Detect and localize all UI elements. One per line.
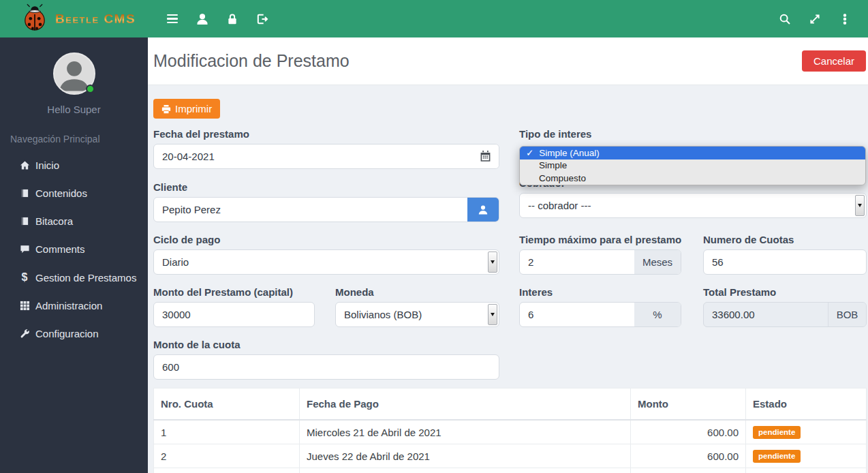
installments-table-card: Nro. Cuota Fecha de Pago Monto Estado 1 … (153, 388, 867, 473)
sidebar-item-label: Comments (35, 243, 85, 255)
header-estado: Estado (746, 388, 867, 421)
cell-fecha: Jueves 22 de Abril de 2021 (300, 444, 631, 468)
cell-estado: pendiente (746, 420, 867, 444)
dropdown-option-label: Simple (Anual) (539, 148, 600, 159)
cliente-label: Cliente (153, 181, 499, 193)
cell-estado: pendiente (746, 468, 867, 473)
dropdown-option[interactable]: Simple (520, 159, 865, 172)
form-row-1: Fecha del prestamo Cliente (153, 128, 867, 222)
cancel-button[interactable]: Cancelar (802, 50, 866, 72)
sidebar-item-label: Contenidos (35, 187, 87, 199)
header-monto: Monto (631, 388, 746, 421)
tiempo-maximo-label: Tiempo máximo para el prestamo (519, 234, 681, 245)
navbar-left-icons (157, 0, 277, 37)
wrench-icon (18, 329, 31, 339)
sidebar-item-bitacora[interactable]: Bitacora (0, 207, 148, 235)
user-greeting: Hello Super (0, 104, 148, 115)
sidebar-item-contenidos[interactable]: Contenidos (0, 179, 148, 207)
bob-addon: BOB (828, 303, 866, 326)
lock-icon[interactable] (217, 0, 247, 37)
monto-prestamo-input[interactable] (154, 303, 314, 326)
sidebar-item-label: Gestion de Prestamos (35, 272, 136, 284)
tiempo-maximo-input-group: Meses (519, 249, 681, 275)
search-icon[interactable] (770, 0, 800, 37)
tiempo-maximo-input[interactable] (520, 250, 634, 274)
ciclo-pago-selected-value: Diario (154, 256, 488, 268)
brand-logo[interactable]: Beetle CMS (0, 0, 148, 37)
monto-prestamo-label: Monto del Prestamo (capital) (153, 286, 315, 298)
moneda-select[interactable]: Bolivianos (BOB) (335, 302, 499, 327)
header-nro-cuota: Nro. Cuota (154, 388, 300, 421)
cell-fecha: Miercoles 21 de Abril de 2021 (300, 420, 631, 444)
cell-monto (631, 468, 746, 473)
sidebar-item-inicio[interactable]: Inicio (0, 151, 148, 179)
monto-prestamo-input-group (153, 302, 315, 327)
main-content: Modificacion de Prestamo Cancelar Imprim… (148, 37, 868, 473)
calendar-icon[interactable] (471, 144, 499, 168)
printer-icon (161, 104, 171, 114)
cell-monto: 600.00 (631, 444, 746, 468)
comment-icon (18, 244, 31, 254)
select-client-button[interactable] (467, 198, 499, 222)
meses-addon: Meses (634, 250, 681, 274)
total-prestamo-input (704, 303, 828, 326)
sidebar-item-administracion[interactable]: Administracion (0, 292, 148, 320)
more-vertical-icon[interactable] (830, 0, 860, 37)
check-icon: ✓ (526, 148, 533, 159)
cliente-input[interactable] (154, 198, 467, 222)
cell-nro: 1 (154, 420, 300, 444)
interes-input[interactable] (520, 303, 634, 326)
fecha-input-group (153, 144, 499, 169)
top-navbar: Beetle CMS (0, 0, 868, 37)
total-prestamo-input-group: BOB (703, 302, 867, 327)
sidebar-item-configuracion[interactable]: Configuracion (0, 320, 148, 348)
cobrador-selected-value: -- cobrador --- (520, 200, 855, 211)
page-header: Modificacion de Prestamo Cancelar (148, 37, 868, 85)
ciclo-pago-label: Ciclo de pago (153, 234, 499, 245)
monto-cuota-input[interactable] (154, 355, 499, 379)
chevron-down-icon (488, 304, 497, 325)
book-icon (18, 216, 31, 226)
logout-icon[interactable] (247, 0, 277, 37)
table-row: 2 Jueves 22 de Abril de 2021 600.00 pend… (154, 444, 867, 468)
cell-nro: 2 (154, 444, 300, 468)
user-icon[interactable] (187, 0, 217, 37)
avatar (53, 52, 95, 95)
sidebar-item-label: Inicio (35, 159, 59, 171)
tipo-interes-select[interactable]: ✓ Simple (Anual) Simple Compuesto (519, 144, 867, 169)
form-row-3: Monto del Prestamo (capital) Moneda Boli… (153, 286, 867, 327)
dollar-icon: $ (18, 271, 31, 284)
numero-cuotas-input[interactable] (704, 250, 866, 274)
cell-monto: 600.00 (631, 420, 746, 444)
ladybug-logo-icon (20, 3, 49, 35)
ciclo-pago-select[interactable]: Diario (153, 249, 499, 275)
cobrador-select[interactable]: -- cobrador --- (519, 193, 867, 218)
dropdown-option[interactable]: Compuesto (520, 172, 865, 185)
dropdown-option-selected[interactable]: ✓ Simple (Anual) (520, 147, 865, 159)
online-status-dot (86, 85, 95, 93)
tipo-interes-label: Tipo de interes (519, 128, 867, 140)
fecha-label: Fecha del prestamo (153, 128, 499, 140)
interes-label: Interes (519, 286, 681, 298)
sidebar-nav: Inicio Contenidos Bitacora Comments $ Ge… (0, 151, 148, 348)
fecha-input[interactable] (154, 144, 471, 168)
installments-table: Nro. Cuota Fecha de Pago Monto Estado 1 … (153, 388, 867, 473)
chevron-down-icon (488, 251, 497, 273)
print-button-label: Imprimir (175, 103, 212, 115)
moneda-label: Moneda (335, 286, 499, 298)
sidebar-item-gestion-prestamos[interactable]: $ Gestion de Prestamos (0, 263, 148, 292)
print-button[interactable]: Imprimir (153, 99, 220, 119)
menu-icon[interactable] (157, 0, 187, 37)
nav-section-label: Navegación Principal (10, 134, 148, 144)
cell-nro (154, 468, 300, 473)
expand-icon[interactable] (800, 0, 830, 37)
status-badge: pendiente (753, 450, 801, 463)
sidebar-item-comments[interactable]: Comments (0, 235, 148, 263)
sidebar-item-label: Administracion (35, 300, 102, 311)
sidebar-item-label: Configuracion (35, 328, 99, 339)
tipo-interes-dropdown: ✓ Simple (Anual) Simple Compuesto (519, 146, 866, 185)
navbar-right-icons (770, 0, 860, 37)
brand-name: Beetle CMS (55, 12, 136, 27)
sidebar: Hello Super Navegación Principal Inicio … (0, 37, 148, 473)
grid-icon (18, 301, 31, 311)
